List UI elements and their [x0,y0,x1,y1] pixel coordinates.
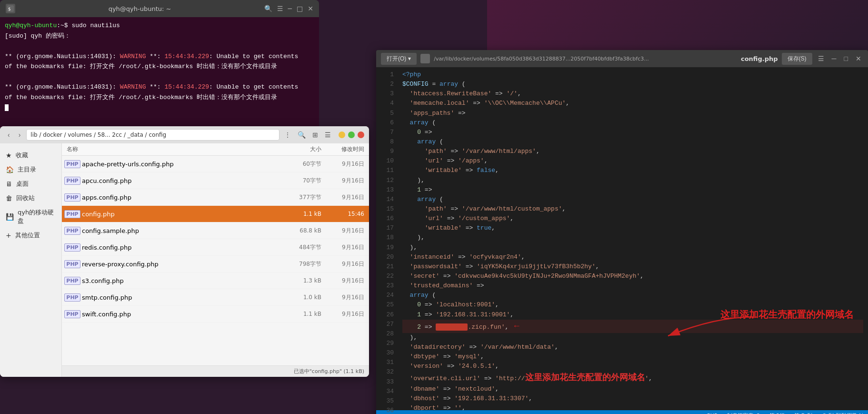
fm-forward-button[interactable]: › [16,130,24,140]
editor-maximize-button[interactable]: □ [842,55,850,62]
code-line-29: 'datadirectory' => '/var/www/html/data', [402,343,863,352]
editor-filename: config.php [741,55,778,62]
editor-close-button[interactable]: ✕ [854,55,863,62]
sidebar-item-usb-label: qyh的移动硬盘 [18,208,56,225]
term-sudo-prompt: [sudo] qyh 的密码： [5,32,70,40]
code-line-16: 'url' => '/custom_apps', [402,214,863,223]
fm-list-view-button[interactable]: ☰ [323,130,333,140]
sidebar-item-home-label: 主目录 [18,165,36,174]
terminal-maximize-icon[interactable]: □ [297,5,303,12]
line-number-30: 30 [376,348,394,358]
fm-grid-view-button[interactable]: ⊞ [310,130,320,140]
terminal-win-controls[interactable]: 🔍 ☰ ─ □ ✕ [264,5,313,12]
file-name: swift.config.php [82,311,283,318]
sidebar-item-other-label: 其他位置 [15,231,40,240]
code-line-23: 'trusted_domains' => [402,281,863,291]
fm-breadcrumb[interactable]: lib / docker / volumes / 58... 2cc / _da… [26,129,279,141]
sidebar-item-trash[interactable]: 🗑 回收站 [0,191,61,205]
code-line-18: ), [402,233,863,242]
editor-menu-button[interactable]: ☰ [816,55,826,62]
editor-line-numbers: 1234567891011121314151617181920212223242… [376,67,398,410]
file-item[interactable]: PHP apcu.config.php 70字节 9月16日 [62,172,369,189]
code-line-33: 'dbname' => 'nextcloud', [402,384,863,394]
terminal-search-icon[interactable]: 🔍 [264,5,272,12]
code-line-32: 'overwrite.cli.url' => 'http://这里添加花生壳配置… [402,371,863,384]
terminal-menu-icon[interactable]: ☰ [277,5,283,12]
code-line-8: array ( [402,137,863,147]
status-col: 第 D 列 [794,412,812,414]
fm-sidebar: ★ 收藏 🏠 主目录 🖥 桌面 🗑 回收站 💾 qyh的移动硬盘 + 其他位 [0,143,62,377]
code-line-6: array ( [402,118,863,128]
editor-code[interactable]: <?php$CONFIG = array ( 'htaccess.Rewrite… [398,67,868,410]
titlebar-left: $ [6,4,15,13]
terminal-close-icon[interactable]: ✕ [308,5,313,12]
sidebar-item-desktop[interactable]: 🖥 桌面 [0,177,61,191]
file-date: 9月16日 [321,277,364,285]
line-number-32: 32 [376,367,394,377]
php-file-icon: PHP [67,275,78,286]
terminal-icon: $ [6,4,15,13]
file-item[interactable]: PHP reverse-proxy.config.php 798字节 9月16日 [62,256,369,273]
file-item[interactable]: PHP config.sample.php 68.8 kB 9月16日 [62,222,369,239]
file-name: apps.config.php [82,194,283,201]
file-date: 9月16日 [321,293,364,302]
sidebar-item-favorites[interactable]: ★ 收藏 [0,148,61,162]
terminal-minimize-icon[interactable]: ─ [288,5,292,12]
fm-close-button[interactable] [358,131,364,138]
file-size: 60字节 [283,160,321,168]
fm-maximize-button[interactable] [348,131,355,138]
col-size-header: 大小 [283,145,321,153]
code-line-26: 1 => '192.168.31.31:9001', [402,310,863,320]
sidebar-item-other[interactable]: + 其他位置 [0,228,61,242]
term-line-1: qyh@qyh-ubuntu:~$ sudo nautilus [5,21,314,30]
fm-minimize-button[interactable] [339,131,345,138]
trash-icon: 🗑 [6,194,12,202]
php-file-icon: PHP [67,208,78,220]
file-date: 9月16日 [321,260,364,268]
editor-save-button[interactable]: 保存(S) [782,53,812,65]
file-item[interactable]: PHP apache-pretty-urls.config.php 60字节 9… [62,156,369,172]
file-item[interactable]: PHP config.php 1.1 kB 15:46 [62,206,369,222]
fm-column-headers: 名称 大小 修改时间 [62,143,369,156]
file-name: redis.config.php [82,244,283,251]
term-warn1-b: of the bookmarks file: 打开文件 /root/.gtk-b… [5,62,314,71]
code-line-4: 'memcache.local' => '\\OC\\Memcache\\APC… [402,99,863,108]
file-item[interactable]: PHP smtp.config.php 1.0 kB 9月16日 [62,289,369,306]
editor-body[interactable]: 1234567891011121314151617181920212223242… [376,67,868,410]
sidebar-item-usb[interactable]: 💾 qyh的移动硬盘 [0,205,61,228]
terminal-title: qyh@qyh-ubuntu: ~ [15,5,264,12]
editor-minimize-button[interactable]: ─ [830,55,838,62]
file-date: 15:46 [321,211,364,217]
file-size: 70字节 [283,177,321,185]
plus-icon: + [6,232,11,239]
line-number-26: 26 [376,310,394,320]
code-line-14: array ( [402,195,863,204]
file-size: 1.1 kB [283,311,321,317]
code-line-28: ), [402,333,863,343]
code-line-9: 'path' => '/var/www/html/apps', [402,147,863,156]
line-number-7: 7 [376,128,394,137]
line-number-22: 22 [376,272,394,281]
fm-back-button[interactable]: ‹ [5,130,13,140]
sidebar-item-home[interactable]: 🏠 主目录 [0,162,61,177]
editor-open-button[interactable]: 打开(O) ▾ [381,53,417,65]
terminal-body[interactable]: qyh@qyh-ubuntu:~$ sudo nautilus [sudo] q… [0,17,319,131]
line-number-34: 34 [376,387,394,396]
fm-search-button[interactable]: 🔍 [296,130,308,140]
term-warn2-b: of the bookmarks file: 打开文件 /root/.gtk-b… [5,93,314,102]
code-line-3: 'htaccess.RewriteBase' => '/', [402,89,863,99]
file-size: 377字节 [283,193,321,202]
file-date: 9月16日 [321,310,364,318]
fm-overflow-button[interactable]: ⋮ [282,130,293,140]
file-item[interactable]: PHP s3.config.php 1.3 kB 9月16日 [62,273,369,289]
line-number-25: 25 [376,300,394,310]
file-item[interactable]: PHP redis.config.php 484字节 9月16日 [62,239,369,256]
sidebar-item-favorites-label: 收藏 [16,151,28,160]
file-item[interactable]: PHP apps.config.php 377字节 9月16日 [62,189,369,206]
line-number-24: 24 [376,291,394,300]
code-line-19: ), [402,243,863,252]
home-icon: 🏠 [6,166,14,173]
line-number-19: 19 [376,243,394,252]
term-cursor-line [5,103,314,112]
file-item[interactable]: PHP swift.config.php 1.1 kB 9月16日 [62,306,369,323]
